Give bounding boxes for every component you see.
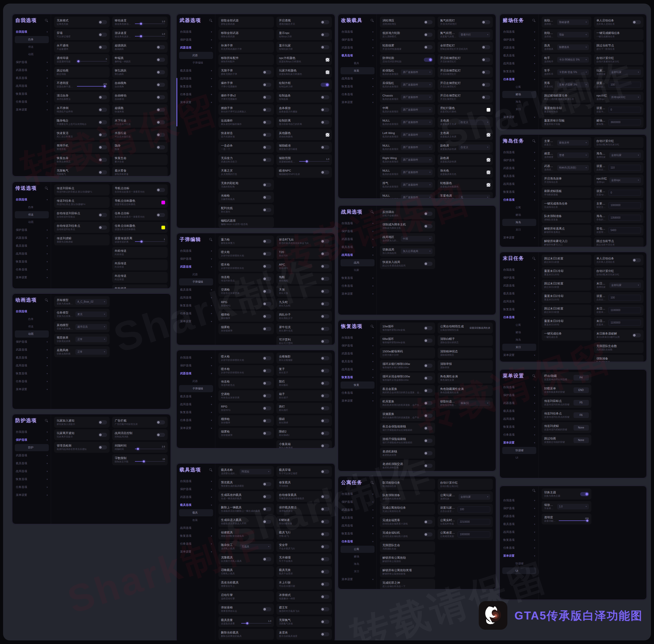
search-icon[interactable] bbox=[371, 481, 374, 484]
sidebar-item-保护选项[interactable]: 保护选项▾ bbox=[341, 36, 375, 44]
sidebar-item-战局选项[interactable]: 战局选项▾ bbox=[341, 365, 375, 373]
toggle[interactable] bbox=[424, 262, 432, 266]
sidebar-item-自我选项[interactable]: 自我选项▾ bbox=[15, 196, 49, 204]
toggle[interactable] bbox=[98, 108, 107, 112]
dropdown[interactable]: 1.0▾ bbox=[557, 504, 589, 509]
sidebar-subitem-传送[interactable]: 传送 bbox=[15, 43, 49, 50]
toggle[interactable] bbox=[321, 545, 329, 549]
sidebar-item-菜单设置[interactable]: 菜单设置▾ bbox=[15, 385, 49, 393]
slider[interactable]: 1.0 bbox=[299, 158, 329, 162]
toggle[interactable] bbox=[98, 120, 107, 124]
toggle[interactable] bbox=[263, 145, 271, 150]
toggle[interactable] bbox=[424, 45, 432, 49]
sidebar-item-自我选项[interactable]: 自我选项▾ bbox=[15, 428, 49, 436]
sidebar-item-战局选项[interactable]: 战局选项▾ bbox=[341, 251, 375, 259]
sidebar-item-自我选项[interactable]: 自我选项▾ bbox=[502, 383, 536, 391]
sidebar-item-任务选项[interactable]: 任务选项▾ bbox=[15, 98, 49, 106]
sidebar-item-恢复选项[interactable]: 恢复选项▾ bbox=[341, 373, 375, 381]
sidebar-item-菜单设置[interactable]: 菜单设置▾ bbox=[179, 317, 213, 325]
sidebar-item-恢复选项[interactable]: 恢复选项▾ bbox=[179, 302, 213, 309]
sidebar-item-菜单设置[interactable]: 菜单设置▾ bbox=[502, 351, 536, 359]
toggle[interactable] bbox=[156, 120, 165, 124]
dropdown[interactable]: 无载具▾ bbox=[240, 544, 271, 550]
dropdown[interactable]: 普通大灯▾ bbox=[458, 32, 490, 38]
sidebar-item-恢复选项[interactable]: 恢复选项▾ bbox=[179, 532, 213, 540]
toggle[interactable] bbox=[424, 439, 432, 443]
sidebar-item-战局选项[interactable]: 战局选项▾ bbox=[341, 522, 375, 530]
toggle[interactable] bbox=[321, 252, 329, 256]
sidebar-item-保护选项[interactable]: 保护选项▾ bbox=[341, 498, 375, 506]
sidebar-item-战局选项[interactable]: 战局选项▾ bbox=[179, 294, 213, 302]
sidebar-item-保护选项[interactable]: 保护选项▾ bbox=[502, 274, 536, 282]
sidebar-item-武器选项[interactable]: 武器选项▾ bbox=[502, 282, 536, 290]
sidebar-item-任务选项[interactable]: 任务选项▾ bbox=[502, 431, 536, 439]
toggle[interactable] bbox=[263, 239, 271, 243]
color-swatch-transparent[interactable] bbox=[326, 133, 329, 137]
toggle[interactable] bbox=[156, 433, 165, 437]
sidebar-item-恢复选项[interactable]: 恢复选项▾ bbox=[502, 67, 536, 75]
sidebar-item-任务选项[interactable]: 任务选项▾ bbox=[179, 540, 213, 548]
sidebar-item-恢复选项[interactable]: 恢复选项▾ bbox=[15, 369, 49, 377]
dropdown[interactable]: 现金▾ bbox=[557, 32, 589, 38]
toggle[interactable] bbox=[156, 70, 165, 74]
toggle[interactable] bbox=[580, 492, 589, 496]
dropdown[interactable]: 卡尔·阿博拉吉 5%▾ bbox=[557, 57, 589, 63]
sidebar-item-自我选项[interactable]: 自我选项▾ bbox=[179, 247, 213, 255]
color-swatch-transparent[interactable] bbox=[326, 70, 329, 74]
toggle[interactable] bbox=[263, 431, 271, 435]
toggle[interactable] bbox=[156, 58, 165, 62]
sidebar-item-载具选项[interactable]: 载具选项▾ bbox=[502, 172, 536, 180]
dropdown[interactable]: 全部玩家▾ bbox=[458, 494, 490, 500]
value-input[interactable]: 1000000 bbox=[608, 202, 641, 208]
sidebar-item-武器选项[interactable]: 武器选项▾ bbox=[15, 452, 49, 459]
sidebar-item-战局选项[interactable]: 战局选项▾ bbox=[179, 524, 213, 532]
slider[interactable]: 1.0 bbox=[135, 33, 165, 37]
sidebar-item-菜单设置[interactable]: 菜单设置▾ bbox=[179, 98, 213, 106]
toggle[interactable] bbox=[263, 252, 271, 256]
toggle[interactable] bbox=[321, 520, 329, 524]
sidebar-subitem-传送[interactable]: 传送 bbox=[15, 323, 49, 330]
sidebar-item-载具选项[interactable]: 载具选项▾ bbox=[341, 358, 375, 365]
toggle[interactable] bbox=[481, 20, 490, 24]
sidebar-item-任务选项[interactable]: 任务选项▾ bbox=[502, 313, 536, 321]
sidebar-item-武器选项[interactable]: 武器选项▾ bbox=[502, 512, 536, 520]
toggle[interactable] bbox=[263, 95, 271, 99]
hotkey-button[interactable]: F5 bbox=[573, 400, 589, 406]
toggle[interactable] bbox=[156, 420, 165, 424]
sidebar-item-任务选项[interactable]: 任务选项▾ bbox=[15, 377, 49, 385]
sidebar-subitem-动画[interactable]: 动画 bbox=[15, 51, 49, 58]
sidebar-item-武器选项[interactable]: 武器选项▾ bbox=[341, 235, 375, 243]
sidebar-subitem-战局[interactable]: 战局 bbox=[341, 259, 375, 266]
toggle[interactable] bbox=[98, 133, 107, 137]
dropdown[interactable]: 全部玩家▾ bbox=[609, 282, 641, 288]
sidebar-subitem-子弹编辑[interactable]: 子弹编辑 bbox=[179, 385, 213, 392]
sidebar-item-载具选项[interactable]: 载具选项▾ bbox=[502, 407, 536, 415]
sidebar-item-武器选项[interactable]: 武器选项▾ bbox=[502, 399, 536, 407]
value-input[interactable]: 3600000 bbox=[608, 119, 641, 125]
toggle[interactable] bbox=[98, 445, 107, 450]
dropdown[interactable]: 超市店员▾ bbox=[75, 324, 107, 330]
sidebar-item-战局选项[interactable]: 战局选项▾ bbox=[15, 82, 49, 90]
sidebar-item-武器选项[interactable]: 武器选项▾ bbox=[502, 44, 536, 52]
toggle[interactable] bbox=[321, 381, 329, 385]
sidebar-item-载具选项[interactable]: 载具选项▾ bbox=[179, 501, 213, 509]
hotkey-button[interactable]: None bbox=[573, 425, 589, 431]
sidebar-subitem-赌场[interactable]: 赌场 bbox=[502, 91, 536, 98]
sidebar-item-载具选项[interactable]: 载具选项▾ bbox=[341, 52, 375, 60]
dropdown[interactable]: 原厂改装部件▾ bbox=[401, 94, 432, 100]
sidebar-item-战局选项[interactable]: 战局选项▾ bbox=[502, 60, 536, 67]
toggle[interactable] bbox=[263, 314, 271, 318]
sidebar-item-任务选项[interactable]: 任务选项▾ bbox=[15, 266, 49, 274]
sidebar-item-菜单设置[interactable]: 菜单设置▾ bbox=[341, 575, 375, 583]
value-input[interactable]: 5400 bbox=[608, 227, 641, 233]
sidebar-item-恢复选项[interactable]: 恢复选项▾ bbox=[179, 408, 213, 416]
sidebar-subitem-公寓[interactable]: 公寓 bbox=[341, 546, 375, 553]
dropdown[interactable]: 普通▾ bbox=[557, 153, 589, 158]
toggle[interactable] bbox=[321, 327, 329, 331]
sidebar-subitem-子弹编辑[interactable]: 子弹编辑 bbox=[179, 59, 213, 66]
toggle[interactable] bbox=[263, 356, 271, 360]
toggle[interactable] bbox=[321, 507, 329, 511]
dropdown[interactable]: 紫色文件▾ bbox=[557, 140, 589, 145]
sidebar-item-任务选项[interactable]: 任务选项▾ bbox=[341, 537, 375, 546]
slider-handle[interactable] bbox=[140, 35, 142, 37]
